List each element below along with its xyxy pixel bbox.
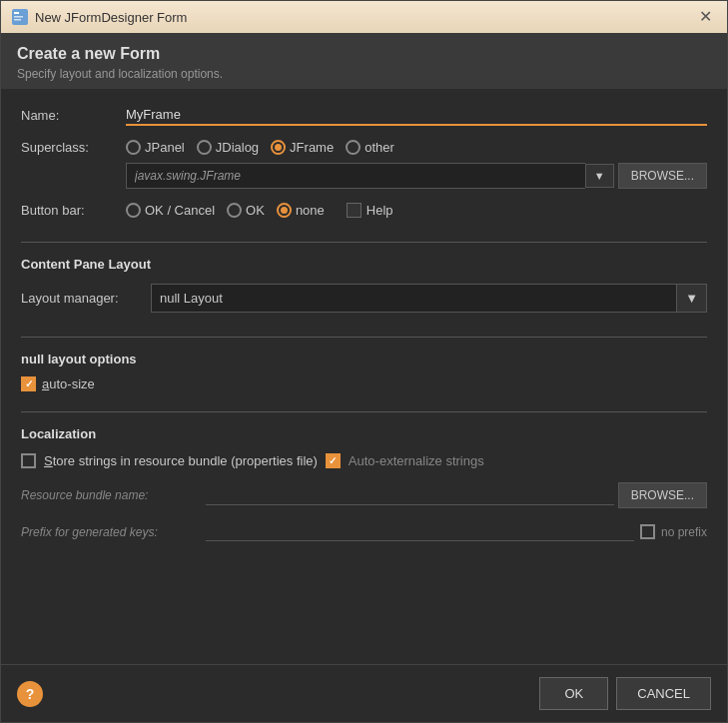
name-row: Name: xyxy=(21,105,707,126)
superclass-option-other[interactable]: other xyxy=(346,140,394,155)
svg-rect-2 xyxy=(14,16,23,18)
buttonbar-option-okcancel[interactable]: OK / Cancel xyxy=(126,203,215,218)
layout-manager-label: Layout manager: xyxy=(21,291,151,306)
buttonbar-label-none: none xyxy=(296,203,325,218)
superclass-radio-jframe[interactable] xyxy=(271,140,286,155)
superclass-radio-other[interactable] xyxy=(346,140,361,155)
content-pane-divider xyxy=(21,242,707,243)
buttonbar-help-label: Help xyxy=(366,203,393,218)
layout-manager-row: Layout manager: null Layout ▼ xyxy=(21,284,707,313)
superclass-dropdown-row: javax.swing.JFrame ▼ BROWSE... xyxy=(21,163,707,189)
layout-dropdown-wrapper: null Layout ▼ xyxy=(151,284,707,313)
buttonbar-radio-none[interactable] xyxy=(277,203,292,218)
buttonbar-radio-okcancel[interactable] xyxy=(126,203,141,218)
name-input[interactable] xyxy=(126,105,707,126)
store-strings-label: Store strings in resource bundle (proper… xyxy=(44,453,318,468)
resource-bundle-input[interactable] xyxy=(206,486,614,505)
svg-rect-3 xyxy=(14,19,21,21)
content-pane-section-title: Content Pane Layout xyxy=(21,257,707,272)
superclass-label-jpanel: JPanel xyxy=(145,140,185,155)
superclass-radio-jdialog[interactable] xyxy=(197,140,212,155)
layout-manager-select[interactable]: null Layout xyxy=(151,284,677,313)
buttonbar-label-ok: OK xyxy=(246,203,265,218)
title-bar: New JFormDesigner Form ✕ xyxy=(1,1,727,33)
auto-size-checkbox[interactable]: ✓ xyxy=(21,376,36,391)
buttonbar-option-ok[interactable]: OK xyxy=(227,203,265,218)
prefix-row: Prefix for generated keys: no prefix xyxy=(21,522,707,541)
buttonbar-option-none[interactable]: none xyxy=(277,203,325,218)
superclass-dropdown-arrow[interactable]: ▼ xyxy=(585,164,614,188)
superclass-label: Superclass: xyxy=(21,140,126,155)
no-prefix-area: no prefix xyxy=(640,524,707,539)
help-icon[interactable]: ? xyxy=(17,681,43,707)
button-bar-label: Button bar: xyxy=(21,203,126,218)
store-strings-row: Store strings in resource bundle (proper… xyxy=(21,453,707,468)
superclass-label-jframe: JFrame xyxy=(290,140,334,155)
name-field-content xyxy=(126,105,707,126)
footer: ? OK CANCEL xyxy=(1,664,727,722)
button-bar-group: OK / Cancel OK none Help xyxy=(126,203,707,218)
form-title: Create a new Form xyxy=(17,45,711,63)
buttonbar-help-item[interactable]: Help xyxy=(347,203,393,218)
no-prefix-checkbox[interactable] xyxy=(640,524,655,539)
dialog-title: New JFormDesigner Form xyxy=(35,10,187,25)
dialog: New JFormDesigner Form ✕ Create a new Fo… xyxy=(0,0,728,723)
buttonbar-radio-none-inner xyxy=(281,207,288,214)
superclass-radio-group: JPanel JDialog JFrame xyxy=(126,140,394,155)
superclass-option-jpanel[interactable]: JPanel xyxy=(126,140,185,155)
prefix-label: Prefix for generated keys: xyxy=(21,525,206,539)
localization-section-title: Localization xyxy=(21,426,707,441)
layout-manager-arrow[interactable]: ▼ xyxy=(677,284,707,313)
form-body: Name: Superclass: JPanel J xyxy=(1,89,727,664)
resource-bundle-browse-button[interactable]: BROWSE... xyxy=(618,482,707,508)
auto-extern-checkbox[interactable]: ✓ xyxy=(326,453,341,468)
buttonbar-radio-ok[interactable] xyxy=(227,203,242,218)
auto-size-item[interactable]: ✓ auto-size xyxy=(21,376,707,391)
resource-bundle-row: Resource bundle name: BROWSE... xyxy=(21,482,707,508)
store-strings-checkbox[interactable] xyxy=(21,453,36,468)
button-bar-row: Button bar: OK / Cancel OK none xyxy=(21,203,707,218)
superclass-label-jdialog: JDialog xyxy=(216,140,259,155)
close-button[interactable]: ✕ xyxy=(694,7,717,27)
superclass-browse-button[interactable]: BROWSE... xyxy=(618,163,707,189)
buttonbar-help-checkbox[interactable] xyxy=(347,203,362,218)
superclass-label-other: other xyxy=(364,140,394,155)
superclass-option-jframe[interactable]: JFrame xyxy=(271,140,334,155)
app-icon xyxy=(11,8,29,26)
prefix-input[interactable] xyxy=(206,522,634,541)
cancel-button[interactable]: CANCEL xyxy=(616,677,711,710)
superclass-radio-jpanel[interactable] xyxy=(126,140,141,155)
title-bar-left: New JFormDesigner Form xyxy=(11,8,187,26)
auto-extern-label: Auto-externalize strings xyxy=(349,453,484,468)
superclass-dropdown-wrapper: javax.swing.JFrame ▼ xyxy=(126,163,614,189)
auto-size-checkmark: ✓ xyxy=(25,379,33,389)
superclass-radio-jframe-inner xyxy=(275,144,282,151)
superclass-option-jdialog[interactable]: JDialog xyxy=(197,140,259,155)
null-layout-title: null layout options xyxy=(21,352,707,366)
form-subtitle: Specify layout and localization options. xyxy=(17,67,711,81)
null-layout-divider xyxy=(21,337,707,338)
ok-button[interactable]: OK xyxy=(539,677,608,710)
footer-buttons: OK CANCEL xyxy=(539,677,711,710)
buttonbar-label-okcancel: OK / Cancel xyxy=(145,203,215,218)
superclass-row: Superclass: JPanel JDialog xyxy=(21,140,707,189)
svg-rect-1 xyxy=(14,12,19,14)
localization-divider xyxy=(21,411,707,412)
form-header: Create a new Form Specify layout and loc… xyxy=(1,33,727,89)
auto-size-label: auto-size xyxy=(42,376,95,391)
name-label: Name: xyxy=(21,108,126,123)
superclass-top: Superclass: JPanel JDialog xyxy=(21,140,707,155)
resource-bundle-label: Resource bundle name: xyxy=(21,488,206,502)
superclass-dropdown[interactable]: javax.swing.JFrame xyxy=(126,163,585,189)
no-prefix-label: no prefix xyxy=(661,525,707,539)
auto-extern-checkmark: ✓ xyxy=(329,456,337,466)
